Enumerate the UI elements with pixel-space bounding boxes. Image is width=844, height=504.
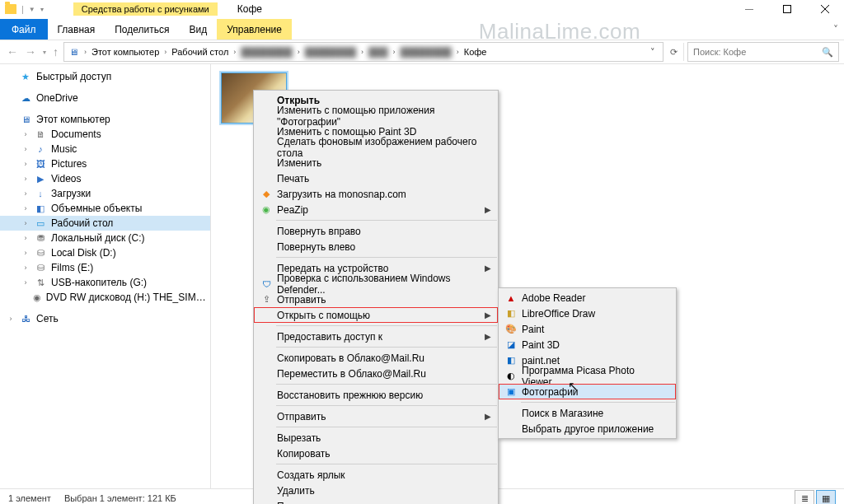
ctx-give-access[interactable]: Предоставить доступ к▶ xyxy=(254,329,498,344)
share-icon: ⇪ xyxy=(257,292,275,307)
refresh-button[interactable]: ⟳ xyxy=(667,47,680,58)
ctx-rotate-right[interactable]: Повернуть вправо xyxy=(254,223,498,239)
chevron-right-icon: › xyxy=(84,48,87,56)
sub-choose-app[interactable]: Выбрать другое приложение xyxy=(499,421,676,436)
address-row: ← → ▾ ↑ 🖥 › Этот компьютер › Рабочий сто… xyxy=(0,40,844,64)
qat-overflow-icon[interactable]: ▼ xyxy=(29,6,35,13)
ctx-move-cloud[interactable]: Переместить в Облако@Mail.Ru xyxy=(254,366,498,381)
crumb-hidden: ████████ xyxy=(241,47,292,57)
chevron-right-icon: ▶ xyxy=(485,332,491,341)
tree-network[interactable]: ›🖧Сеть xyxy=(0,311,210,326)
tree-music[interactable]: ›♪Music xyxy=(0,142,210,156)
crumb-desktop[interactable]: Рабочий стол xyxy=(171,47,228,57)
tree-local-d[interactable]: ›⛁Local Disk (D:) xyxy=(0,245,210,260)
search-placeholder: Поиск: Кофе xyxy=(693,47,746,57)
menu-separator xyxy=(276,384,497,385)
ctx-monosnap[interactable]: ◆Загрузить на monosnap.com xyxy=(254,186,498,202)
network-icon: 🖧 xyxy=(20,313,31,324)
status-count: 1 элемент xyxy=(8,493,51,503)
chevron-right-icon: › xyxy=(361,48,363,56)
ctx-defender[interactable]: 🛡Проверка с использованием Windows Defen… xyxy=(254,276,498,292)
ctx-shortcut[interactable]: Создать ярлык xyxy=(254,467,498,483)
sub-paint[interactable]: 🎨Paint xyxy=(499,321,676,337)
nav-back-icon[interactable]: ← xyxy=(5,45,20,58)
tree-downloads[interactable]: ›↓Загрузки xyxy=(0,186,210,201)
tree-onedrive[interactable]: ☁OneDrive xyxy=(0,91,210,105)
sub-picasa[interactable]: ◐Программа Picasa Photo Viewer xyxy=(499,368,676,384)
ctx-copy-cloud[interactable]: Скопировать в Облако@Mail.Ru xyxy=(254,350,498,366)
qat-overflow2-icon[interactable]: ▾ xyxy=(40,6,44,13)
nav-history-icon[interactable]: ▾ xyxy=(41,49,48,56)
ribbon-view-tab[interactable]: Вид xyxy=(179,19,217,40)
sub-paint3d[interactable]: ◪Paint 3D xyxy=(499,337,676,352)
ctx-edit-photos[interactable]: Изменить с помощью приложения "Фотографи… xyxy=(254,108,498,124)
ctx-send-to[interactable]: Отправить▶ xyxy=(254,408,498,424)
libreoffice-icon: ◧ xyxy=(502,306,520,321)
desktop-icon: ▭ xyxy=(35,217,46,229)
ribbon-file-tab[interactable]: Файл xyxy=(0,19,48,40)
crumb-hidden: ████████ xyxy=(305,47,356,57)
sub-photos[interactable]: ▣Фотографии xyxy=(499,384,676,399)
address-root-icon: 🖥 xyxy=(68,46,79,58)
chevron-right-icon: › xyxy=(298,48,300,56)
sub-libreoffice-draw[interactable]: ◧LibreOffice Draw xyxy=(499,306,676,321)
hdd-icon: ⛃ xyxy=(35,232,46,244)
ribbon-home-tab[interactable]: Главная xyxy=(48,19,106,40)
crumb-root[interactable]: Этот компьютер xyxy=(91,47,159,57)
ribbon-collapse-icon[interactable]: ˅ xyxy=(828,19,844,40)
ctx-copy[interactable]: Копировать xyxy=(254,446,498,461)
tree-films-e[interactable]: ›⛁Films (E:) xyxy=(0,260,210,275)
address-bar[interactable]: 🖥 › Этот компьютер › Рабочий стол › ████… xyxy=(63,42,663,62)
crumb-current[interactable]: Кофе xyxy=(464,47,487,57)
ctx-rotate-left[interactable]: Повернуть влево xyxy=(254,239,498,254)
tree-desktop[interactable]: ›▭Рабочий стол xyxy=(0,216,210,231)
video-icon: ▶ xyxy=(35,173,46,184)
context-submenu-open-with: ▲Adobe Reader ◧LibreOffice Draw 🎨Paint ◪… xyxy=(498,287,677,439)
view-details-button[interactable]: ≣ xyxy=(795,490,814,504)
close-button[interactable] xyxy=(806,0,844,18)
nav-up-icon[interactable]: ↑ xyxy=(51,45,60,58)
menu-separator xyxy=(276,427,497,427)
search-input[interactable]: Поиск: Кофе 🔍 xyxy=(687,42,839,62)
nav-forward-icon[interactable]: → xyxy=(23,45,38,58)
cube-icon: ◧ xyxy=(35,203,46,214)
tree-this-pc[interactable]: 🖥Этот компьютер xyxy=(0,112,210,127)
hdd-icon: ⛁ xyxy=(35,262,46,273)
music-icon: ♪ xyxy=(35,143,46,155)
minimize-button[interactable] xyxy=(730,0,768,18)
ribbon-manage-tab[interactable]: Управление xyxy=(217,19,292,40)
tree-3dobjects[interactable]: ›◧Объемные объекты xyxy=(0,201,210,216)
monosnap-icon: ◆ xyxy=(257,186,275,202)
ctx-edit[interactable]: Изменить xyxy=(254,155,498,170)
tree-local-c[interactable]: ›⛃Локальный диск (C:) xyxy=(0,231,210,245)
view-icons-button[interactable]: ▦ xyxy=(816,490,836,504)
sub-adobe-reader[interactable]: ▲Adobe Reader xyxy=(499,290,676,306)
ctx-peazip[interactable]: ◉PeaZip▶ xyxy=(254,202,498,217)
ctx-cut[interactable]: Вырезать xyxy=(254,430,498,446)
tree-documents[interactable]: ›🗎Documents xyxy=(0,127,210,142)
ctx-open-with[interactable]: Открыть с помощью▶ xyxy=(254,307,498,323)
quick-access-toolbar: | ▼ ▾ xyxy=(0,4,49,14)
chevron-right-icon: ▶ xyxy=(485,205,491,214)
sub-store-search[interactable]: Поиск в Магазине xyxy=(499,405,676,421)
photos-icon: ▣ xyxy=(502,384,520,399)
context-menu: Открыть Изменить с помощью приложения "Ф… xyxy=(253,90,499,504)
ctx-set-wallpaper[interactable]: Сделать фоновым изображением рабочего ст… xyxy=(254,139,498,155)
maximize-button[interactable] xyxy=(768,0,806,18)
tree-videos[interactable]: ›▶Videos xyxy=(0,171,210,186)
ribbon: Файл Главная Поделиться Вид Управление M… xyxy=(0,19,844,40)
tree-dvd-h[interactable]: ◉DVD RW дисковод (H:) THE_SIMPSONS_MOVIE xyxy=(0,290,210,305)
tree-quick-access[interactable]: ★Быстрый доступ xyxy=(0,69,210,84)
tree-pictures[interactable]: ›🖼Pictures xyxy=(0,156,210,171)
app-icon xyxy=(5,4,16,14)
ribbon-share-tab[interactable]: Поделиться xyxy=(105,19,179,40)
usb-icon: ⇅ xyxy=(35,277,46,288)
address-dropdown-icon[interactable]: ˅ xyxy=(646,47,659,58)
ctx-print[interactable]: Печать xyxy=(254,170,498,186)
ctx-share[interactable]: ⇪Отправить xyxy=(254,292,498,307)
tree-usb-g[interactable]: ›⇅USB-накопитель (G:) xyxy=(0,275,210,290)
ctx-restore[interactable]: Восстановить прежнюю версию xyxy=(254,387,498,403)
navigation-pane: ★Быстрый доступ ☁OneDrive 🖥Этот компьюте… xyxy=(0,64,211,488)
ctx-rename[interactable]: Переименовать xyxy=(254,498,498,504)
ctx-delete[interactable]: Удалить xyxy=(254,483,498,498)
